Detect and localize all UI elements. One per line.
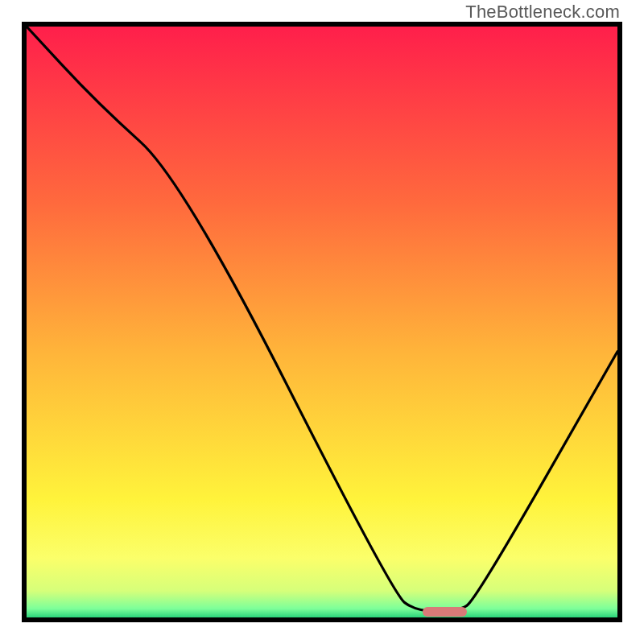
chart-frame: TheBottleneck.com bbox=[0, 0, 644, 644]
bottleneck-curve bbox=[27, 27, 617, 617]
optimal-point-marker bbox=[423, 607, 467, 617]
watermark-label: TheBottleneck.com bbox=[465, 2, 620, 23]
plot-area bbox=[22, 22, 622, 622]
